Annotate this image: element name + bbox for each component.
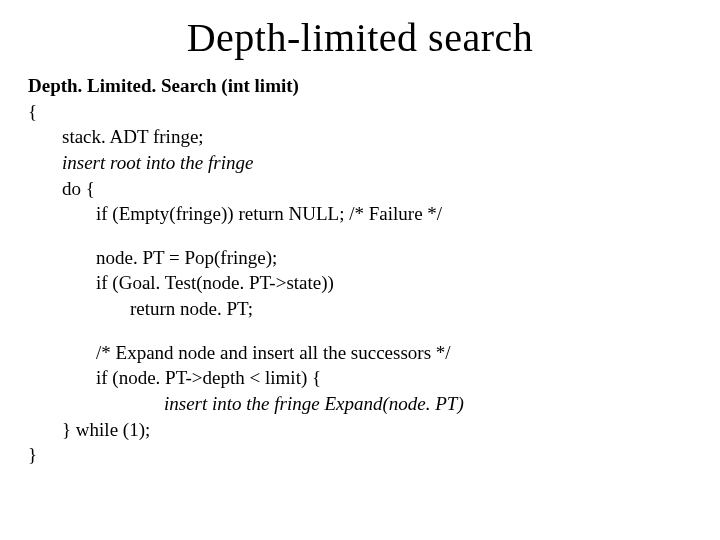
code-line: } while (1); [28, 417, 692, 443]
slide: Depth-limited search Depth. Limited. Sea… [0, 0, 720, 540]
brace-open: { [28, 99, 692, 125]
code-line: stack. ADT fringe; [28, 124, 692, 150]
code-line: insert into the fringe Expand(node. PT) [28, 391, 692, 417]
code-line: if (Goal. Test(node. PT->state)) [28, 270, 692, 296]
code-line: if (node. PT->depth < limit) { [28, 365, 692, 391]
slide-title: Depth-limited search [28, 14, 692, 61]
brace-close: } [28, 442, 692, 468]
blank-line [28, 322, 692, 340]
code-line: return node. PT; [28, 296, 692, 322]
code-line: insert root into the fringe [28, 150, 692, 176]
code-line: do { [28, 176, 692, 202]
code-block: Depth. Limited. Search (int limit) { sta… [28, 73, 692, 468]
blank-line [28, 227, 692, 245]
code-line: node. PT = Pop(fringe); [28, 245, 692, 271]
code-line: if (Empty(fringe)) return NULL; /* Failu… [28, 201, 692, 227]
code-line: /* Expand node and insert all the succes… [28, 340, 692, 366]
function-signature: Depth. Limited. Search (int limit) [28, 73, 692, 99]
